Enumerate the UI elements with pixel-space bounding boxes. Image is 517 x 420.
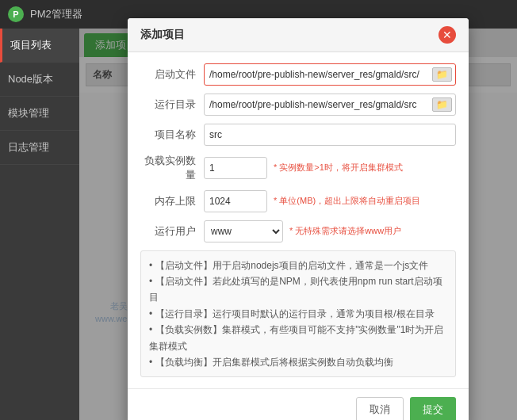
run-dir-value: /home/root/pre-publish-new/server_res/gm… xyxy=(209,99,429,110)
sidebar-item-project-list[interactable]: 项目列表 xyxy=(0,29,79,63)
note-3: 【运行目录】运行项目时默认的运行目录，通常为项目根/根在目录 xyxy=(149,306,447,322)
startup-file-label: 启动文件 xyxy=(140,67,196,82)
instances-input[interactable] xyxy=(204,157,267,179)
instances-hint: * 实例数量>1时，将开启集群模式 xyxy=(274,162,403,174)
sidebar-item-node-version[interactable]: Node版本 xyxy=(0,63,79,97)
startup-file-browse-btn[interactable]: 📁 xyxy=(432,67,452,82)
note-2: 【启动文件】若此处填写的是NPM，则代表使用npm run start启动项目 xyxy=(149,273,447,306)
run-user-select[interactable]: www root xyxy=(204,220,283,242)
add-project-modal: 添加项目 ✕ 启动文件 /home/root/pre-publish-new/s… xyxy=(128,18,469,420)
startup-file-input-wrapper[interactable]: /home/root/pre-publish-new/server_res/gm… xyxy=(204,63,456,86)
modal-body: 启动文件 /home/root/pre-publish-new/server_r… xyxy=(128,52,469,389)
run-dir-row: 运行目录 /home/root/pre-publish-new/server_r… xyxy=(140,94,456,116)
memory-row: 内存上限 * 单位(MB)，超出上限将自动重启项目 xyxy=(140,190,456,212)
project-name-row: 项目名称 xyxy=(140,124,456,146)
run-dir-input-wrapper[interactable]: /home/root/pre-publish-new/server_res/gm… xyxy=(204,94,456,116)
run-user-hint: * 无特殊需求请选择www用户 xyxy=(289,225,401,237)
run-user-row: 运行用户 www root * 无特殊需求请选择www用户 xyxy=(140,220,456,242)
memory-input[interactable] xyxy=(204,190,267,212)
main-layout: 项目列表 Node版本 模块管理 日志管理 添加项目 名称 P 内 xyxy=(0,29,517,420)
submit-button[interactable]: 提交 xyxy=(410,397,456,420)
memory-label: 内存上限 xyxy=(140,194,196,208)
app-title: PM2管理器 xyxy=(30,7,82,21)
app-icon: P xyxy=(8,6,24,22)
notes-section: 【启动文件】用于启动nodejs项目的启动文件，通常是一个js文件 【启动文件】… xyxy=(140,250,456,378)
run-dir-label: 运行目录 xyxy=(140,97,196,112)
note-1: 【启动文件】用于启动nodejs项目的启动文件，通常是一个js文件 xyxy=(149,258,447,273)
run-user-label: 运行用户 xyxy=(140,224,196,239)
instances-row: 负载实例数量 * 实例数量>1时，将开启集群模式 xyxy=(140,154,456,182)
note-5: 【负载均衡】开启集群模式后将根据实例数自动负载均衡 xyxy=(149,354,447,370)
modal-close-button[interactable]: ✕ xyxy=(438,26,456,44)
startup-file-row: 启动文件 /home/root/pre-publish-new/server_r… xyxy=(140,63,456,86)
modal-header: 添加项目 ✕ xyxy=(128,18,469,52)
cancel-button[interactable]: 取消 xyxy=(356,397,404,420)
sidebar: 项目列表 Node版本 模块管理 日志管理 xyxy=(0,29,79,420)
sidebar-item-log-mgmt[interactable]: 日志管理 xyxy=(0,131,79,165)
run-dir-browse-btn[interactable]: 📁 xyxy=(432,97,452,112)
instances-label: 负载实例数量 xyxy=(140,154,196,182)
modal-footer: 取消 提交 xyxy=(128,388,469,420)
modal-overlay: 添加项目 ✕ 启动文件 /home/root/pre-publish-new/s… xyxy=(79,29,517,420)
modal-title: 添加项目 xyxy=(140,28,185,42)
content-area: 添加项目 名称 P 内 老吴搭建教程 www.weixiaolive.com xyxy=(79,29,517,420)
project-name-input[interactable] xyxy=(204,124,456,146)
note-4: 【负载实例数】集群模式，有些项目可能不支持"实例数量"1时为开启集群模式 xyxy=(149,322,447,354)
startup-file-value: /home/root/pre-publish-new/server_res/gm… xyxy=(209,69,429,80)
memory-hint: * 单位(MB)，超出上限将自动重启项目 xyxy=(274,195,420,207)
sidebar-item-module-mgmt[interactable]: 模块管理 xyxy=(0,97,79,131)
project-name-label: 项目名称 xyxy=(140,128,196,142)
